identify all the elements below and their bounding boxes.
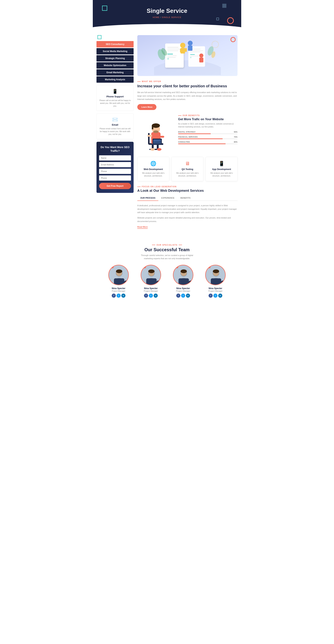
learn-more-button[interactable]: Learn More [137, 104, 157, 110]
svg-text:✓: ✓ [167, 58, 169, 60]
avatar-dot-2 [143, 265, 146, 268]
avatar-2 [141, 265, 161, 285]
svg-rect-64 [178, 278, 189, 285]
what-we-offer-title: Increase your client for better position… [137, 84, 237, 88]
sidebar-item-seo[interactable]: SEO Consultancy [97, 41, 134, 48]
sidebar-deco-square [97, 35, 102, 39]
avatar-dot-1 [111, 265, 114, 268]
sidebar-link-website[interactable]: Website Optimization [97, 62, 134, 68]
progress-fill-consulting [178, 144, 226, 144]
phone-widget-text: Please call us and we will be happy to a… [99, 99, 131, 108]
twitter-icon-1[interactable]: t [117, 294, 121, 298]
sidebar-item-strategic[interactable]: Strategic Planning [97, 55, 134, 62]
seo-box-title: Do You Want More SEO Traffic? [99, 146, 131, 153]
email-icon: ✉️ [99, 117, 131, 122]
svg-point-0 [154, 60, 221, 75]
process-text-2: Website projects are complex and require… [137, 216, 237, 223]
deco-square-3 [216, 18, 219, 20]
linkedin-icon-4[interactable]: in [218, 294, 222, 298]
webdev-icon: 🌐 [140, 161, 167, 166]
social-icons-1: f t in [104, 294, 133, 298]
svg-rect-42 [148, 135, 152, 137]
svg-rect-19 [180, 49, 182, 52]
tabs: OUR PROCESS EXPERIENCE BENEFITS [137, 195, 237, 201]
seo-name-input[interactable] [99, 155, 131, 160]
main-layout: SEO Consultancy Social Media Marketing S… [93, 30, 241, 238]
svg-rect-13 [190, 52, 200, 52]
what-we-offer-tag: WHAT WE OFFER [137, 80, 237, 82]
svg-rect-47 [154, 140, 161, 140]
read-more-link[interactable]: Read More [137, 226, 148, 229]
what-we-offer-section: WHAT WE OFFER Increase your client for b… [137, 80, 237, 110]
sidebar-link-email[interactable]: Email Marketing [97, 69, 134, 76]
tab-experience[interactable]: EXPERIENCE [158, 195, 177, 201]
linkedin-icon-3[interactable]: in [186, 294, 190, 298]
deco-circle-content [230, 37, 236, 42]
sidebar-item-social[interactable]: Social Media Marketing [97, 48, 134, 54]
tab-our-process[interactable]: OUR PROCESS [137, 195, 158, 201]
app-title: App Development [208, 168, 235, 170]
sidebar: SEO Consultancy Social Media Marketing S… [97, 35, 134, 193]
page-header: Single Service HOME / SINGLE SERVICE [93, 0, 241, 30]
svg-rect-7 [167, 57, 176, 58]
social-icons-3: f t in [168, 294, 198, 298]
phone-icon: 📱 [99, 89, 131, 94]
linkedin-icon-2[interactable]: in [154, 294, 158, 298]
svg-rect-70 [211, 278, 221, 285]
svg-rect-48 [154, 141, 159, 142]
seo-phone-input[interactable] [99, 169, 131, 174]
sidebar-item-website[interactable]: Website Optimization [97, 62, 134, 68]
service-card-webdev: 🌐 Web Development We analyze your web si… [137, 157, 169, 181]
svg-rect-2 [167, 47, 178, 48]
twitter-icon-2[interactable]: t [149, 294, 153, 298]
service-card-app: 📱 App Development We analyze your web si… [206, 157, 237, 181]
svg-rect-3 [167, 49, 181, 50]
app-text: We analyze your web site's structure, ar… [208, 172, 235, 177]
benefits-illustration [137, 114, 174, 152]
sidebar-link-seo[interactable]: SEO Consultancy [97, 41, 134, 48]
header-wave [93, 24, 241, 30]
svg-rect-24 [199, 58, 203, 62]
team-grid: Nina Specter Project Manager f t in [97, 265, 237, 298]
sidebar-link-strategic[interactable]: Strategic Planning [97, 55, 134, 62]
avatar-1 [108, 265, 129, 285]
facebook-icon-1[interactable]: f [112, 294, 116, 298]
service-card-qa: 🖥 QA Testing We analyze your web site's … [171, 157, 203, 181]
avatar-dot-3 [175, 265, 178, 268]
progress-digital-strategy: DIGITAL STRATEGY 55% [178, 131, 237, 134]
twitter-icon-4[interactable]: t [213, 294, 217, 298]
sidebar-item-marketing[interactable]: Marketing Analysis [97, 76, 134, 83]
progress-financial: FINANCIAL SERVICES 75% [178, 136, 237, 139]
linkedin-icon-1[interactable]: in [121, 294, 125, 298]
team-subtitle: Through careful selection, we've curated… [137, 254, 197, 260]
svg-rect-43 [160, 136, 164, 138]
avatar-3 [173, 265, 193, 285]
team-member-3: Nina Specter Progect Manager f t in [168, 265, 198, 298]
sidebar-link-social[interactable]: Social Media Marketing [97, 48, 134, 54]
hero-svg: ✓ [154, 36, 221, 75]
avatar-4 [205, 265, 226, 285]
facebook-icon-2[interactable]: f [144, 294, 148, 298]
svg-point-41 [153, 130, 159, 133]
svg-point-16 [190, 57, 191, 58]
team-section: OUR SPECIALISTS Our Successful Team Thro… [93, 244, 241, 298]
tab-content-process: A dedicated, professional project manage… [137, 204, 237, 228]
qa-text: We analyze your web site's structure, ar… [174, 172, 201, 177]
facebook-icon-4[interactable]: f [209, 294, 213, 298]
svg-point-23 [199, 54, 203, 58]
sidebar-menu: SEO Consultancy Social Media Marketing S… [97, 41, 134, 83]
avatar-dot-4 [208, 265, 211, 268]
sidebar-link-marketing[interactable]: Marketing Analysis [97, 76, 134, 83]
get-free-report-button[interactable]: Get Free Report [99, 183, 131, 189]
main-content: ✓ [137, 35, 237, 233]
seo-phone2-input[interactable] [99, 176, 131, 180]
svg-rect-58 [146, 278, 157, 285]
facebook-icon-3[interactable]: f [176, 294, 180, 298]
seo-email-input[interactable] [99, 162, 131, 167]
sidebar-item-email[interactable]: Email Marketing [97, 69, 134, 76]
tab-benefits[interactable]: BENEFITS [177, 195, 193, 201]
benefits-title: Get More Trafic on Your Website [178, 118, 237, 121]
team-member-4: Nina Specter Progect Manager f t in [201, 265, 230, 298]
member-name-3: Nina Specter [168, 287, 198, 290]
twitter-icon-3[interactable]: t [181, 294, 185, 298]
